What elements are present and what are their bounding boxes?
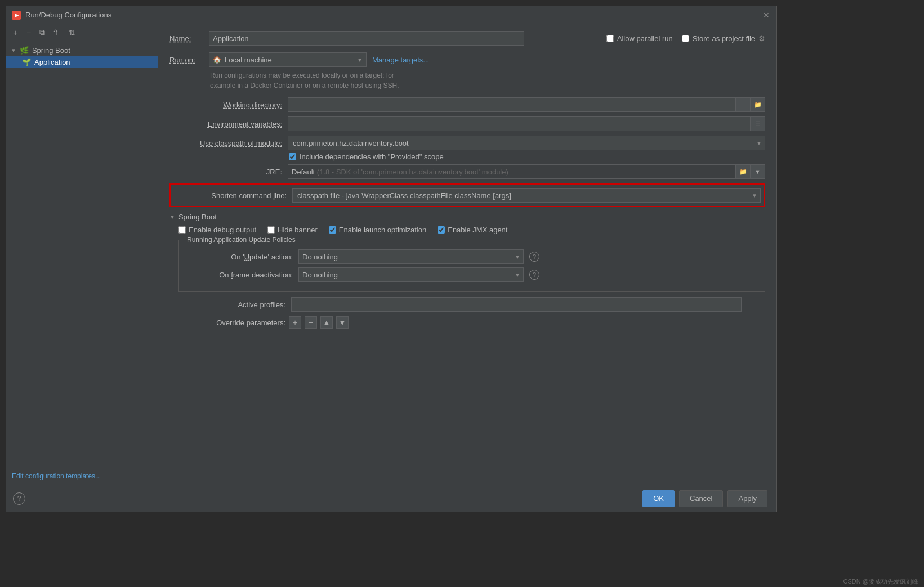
jre-default-text: Default xyxy=(292,168,315,176)
on-frame-label: On frame deactivation: xyxy=(186,271,293,279)
override-params-add-btn[interactable]: + xyxy=(289,316,301,329)
divider xyxy=(64,28,64,38)
override-params-down-btn[interactable]: ▼ xyxy=(336,316,349,329)
app-item-label: Application xyxy=(34,58,70,66)
enable-launch-opt-label: Enable launch optimization xyxy=(339,226,426,234)
store-as-project-row: Store as project file ⚙ xyxy=(682,34,765,43)
jre-display: Default (1.8 - SDK of 'com.primeton.hz.d… xyxy=(288,164,736,179)
classpath-label: Use classpath of module: xyxy=(169,139,282,147)
on-update-help-icon[interactable]: ? xyxy=(529,252,539,262)
jre-dropdown-btn[interactable]: ▼ xyxy=(751,164,765,179)
include-deps-label: Include dependencies with "Provided" sco… xyxy=(300,153,444,161)
help-button[interactable]: ? xyxy=(13,492,25,505)
on-update-select-wrap: Do nothing Update classes and resources … xyxy=(298,249,524,264)
sidebar-toolbar: + − ⧉ ⇧ ⇅ xyxy=(6,24,158,41)
group-label: Spring Boot xyxy=(32,46,70,55)
classpath-select[interactable]: com.primeton.hz.datainventory.boot xyxy=(288,136,765,150)
active-profiles-input[interactable] xyxy=(291,297,742,312)
add-config-button[interactable]: + xyxy=(10,27,21,38)
cancel-button[interactable]: Cancel xyxy=(679,490,723,507)
on-frame-deactivation-row: On frame deactivation: Do nothing Update… xyxy=(186,267,758,282)
policies-section: Running Application Update Policies On '… xyxy=(178,240,765,292)
on-frame-help-icon[interactable]: ? xyxy=(529,270,539,280)
app-icon: ▶ xyxy=(12,11,21,20)
shorten-cmd-select[interactable]: classpath file - java WrapperClass class… xyxy=(292,188,761,203)
working-dir-row: Working directory: + 📁 xyxy=(169,97,765,112)
enable-debug-output-row: Enable debug output xyxy=(178,226,256,234)
spring-boot-expand-icon: ▼ xyxy=(169,214,175,220)
env-vars-btn[interactable]: ☰ xyxy=(751,116,765,131)
on-update-row: On 'Update' action: Do nothing Update cl… xyxy=(186,249,758,264)
application-item[interactable]: 🌱 Application xyxy=(6,56,158,68)
main-area: + − ⧉ ⇧ ⇅ ▼ 🌿 Spring Boot 🌱 Applic xyxy=(6,24,776,485)
include-deps-checkbox[interactable] xyxy=(289,153,296,160)
spring-icon: 🌿 xyxy=(20,46,29,55)
dropdown-arrow-icon: ▼ xyxy=(357,57,363,63)
allow-parallel-run-row: Allow parallel run xyxy=(606,34,673,43)
jre-wrap: Default (1.8 - SDK of 'com.primeton.hz.d… xyxy=(288,164,765,179)
env-vars-row: Environment variables: ☰ xyxy=(169,116,765,131)
app-spring-icon: 🌱 xyxy=(22,58,31,66)
sidebar: + − ⧉ ⇧ ⇅ ▼ 🌿 Spring Boot 🌱 Applic xyxy=(6,24,158,485)
enable-debug-output-label: Enable debug output xyxy=(189,226,256,234)
override-params-up-btn[interactable]: ▲ xyxy=(320,316,333,329)
store-as-project-checkbox[interactable] xyxy=(682,35,689,42)
jre-browse-btn[interactable]: 📁 xyxy=(736,164,751,179)
spring-boot-group: ▼ 🌿 Spring Boot 🌱 Application xyxy=(6,43,158,69)
override-params-remove-btn[interactable]: − xyxy=(305,316,317,329)
jre-label: JRE: xyxy=(169,168,282,176)
run-on-dropdown[interactable]: 🏠 Local machine ▼ xyxy=(209,52,367,67)
share-config-button[interactable]: ⇧ xyxy=(50,27,61,38)
working-dir-input[interactable] xyxy=(288,97,736,112)
name-label: Name: xyxy=(169,34,203,43)
remove-config-button[interactable]: − xyxy=(23,27,34,38)
on-frame-select[interactable]: Do nothing Update classes and resources … xyxy=(298,267,524,282)
jre-detail-text: (1.8 - SDK of 'com.primeton.hz.datainven… xyxy=(317,168,508,176)
name-input[interactable]: Application xyxy=(209,31,524,46)
on-update-label: On 'Update' action: xyxy=(186,253,293,261)
spring-boot-section-header: ▼ Spring Boot xyxy=(169,213,765,221)
classpath-select-wrap: com.primeton.hz.datainventory.boot ▼ xyxy=(288,136,765,150)
working-dir-label: Working directory: xyxy=(169,101,282,109)
run-debug-dialog: ▶ Run/Debug Configurations ✕ + − ⧉ ⇧ ⇅ ▼ xyxy=(6,6,777,512)
active-profiles-row: Active profiles: xyxy=(178,297,765,312)
run-on-label: Run on: xyxy=(169,56,203,64)
edit-templates-link[interactable]: Edit configuration templates... xyxy=(12,472,101,480)
jre-row: JRE: Default (1.8 - SDK of 'com.primeton… xyxy=(169,164,765,179)
hide-banner-row: Hide banner xyxy=(267,226,318,234)
run-on-row: Run on: 🏠 Local machine ▼ Manage targets… xyxy=(169,52,765,67)
spring-boot-group-item[interactable]: ▼ 🌿 Spring Boot xyxy=(6,44,158,56)
enable-debug-output-checkbox[interactable] xyxy=(178,226,186,234)
manage-targets-link[interactable]: Manage targets... xyxy=(372,56,429,64)
run-on-value: 🏠 Local machine xyxy=(213,56,272,64)
enable-launch-opt-checkbox[interactable] xyxy=(329,226,336,234)
enable-jmx-checkbox[interactable] xyxy=(438,226,445,234)
ok-button[interactable]: OK xyxy=(642,490,675,507)
close-button[interactable]: ✕ xyxy=(762,11,771,20)
name-header-row: Name: Application Allow parallel run Sto… xyxy=(169,31,765,46)
hide-banner-label: Hide banner xyxy=(278,226,318,234)
on-update-select[interactable]: Do nothing Update classes and resources … xyxy=(298,249,524,264)
title-bar: ▶ Run/Debug Configurations ✕ xyxy=(6,6,776,24)
hide-banner-checkbox[interactable] xyxy=(267,226,275,234)
sort-config-button[interactable]: ⇅ xyxy=(66,27,78,38)
apply-button[interactable]: Apply xyxy=(727,490,767,507)
copy-config-button[interactable]: ⧉ xyxy=(37,27,48,38)
policies-legend: Running Application Update Policies xyxy=(185,236,298,244)
env-vars-input[interactable] xyxy=(288,116,751,131)
working-dir-browse-btn[interactable]: 📁 xyxy=(751,97,765,112)
allow-parallel-run-label: Allow parallel run xyxy=(617,34,673,43)
shorten-cmd-select-wrap: classpath file - java WrapperClass class… xyxy=(292,188,761,203)
title-bar-left: ▶ Run/Debug Configurations xyxy=(12,11,111,20)
override-params-row: Override parameters: + − ▲ ▼ xyxy=(178,316,765,329)
config-tree: ▼ 🌿 Spring Boot 🌱 Application xyxy=(6,41,158,467)
home-icon: 🏠 xyxy=(213,56,221,64)
include-deps-row: Include dependencies with "Provided" sco… xyxy=(289,153,765,161)
classpath-row: Use classpath of module: com.primeton.hz… xyxy=(169,136,765,150)
dialog-title: Run/Debug Configurations xyxy=(25,11,111,19)
allow-parallel-run-checkbox[interactable] xyxy=(606,35,614,42)
spring-boot-section-label: Spring Boot xyxy=(178,213,217,221)
shorten-cmd-row: Shorten command line: classpath file - j… xyxy=(169,183,765,207)
watermark: CSDN @要成功先发疯刘峰 xyxy=(843,577,918,586)
working-dir-add-btn[interactable]: + xyxy=(736,97,751,112)
